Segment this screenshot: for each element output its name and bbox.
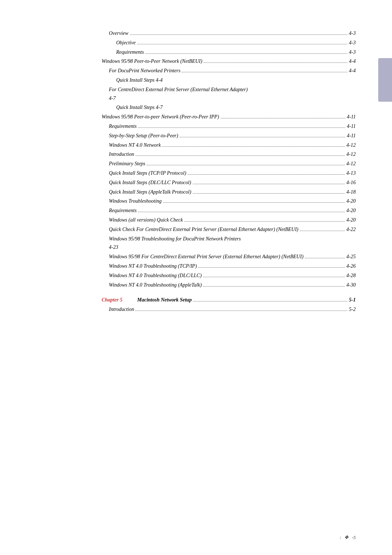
toc-text: Windows NT 4.0 Troubleshooting (TCP/IP)	[109, 262, 197, 271]
toc-entry-overview: Overview 4-3	[109, 29, 356, 38]
toc-page: 4-25	[346, 252, 356, 261]
toc-text: Introduction	[109, 150, 134, 159]
toc-entry-win-centredirect-netbeui: Windows 95/98 For CentreDirect External …	[109, 252, 356, 261]
toc-dots	[135, 311, 347, 311]
toc-entry-step-by-step: Step-by-Step Setup (Peer-to-Peer) 4-11	[109, 131, 356, 140]
toc-entry-preliminary: Preliminary Steps 4-12	[109, 159, 356, 168]
toc-dots	[145, 53, 347, 54]
toc-dots	[203, 277, 345, 277]
toc-page: 4-11	[347, 131, 356, 140]
toc-page: 4-12	[346, 141, 356, 150]
toc-entry-docuprint: For DocuPrint Networked Printers 4-4	[109, 66, 356, 75]
toc-dots	[182, 72, 347, 72]
toc-text: Quick Install Steps 4-4	[116, 77, 163, 83]
toc-entry-dlcllc: Quick Install Steps (DLC/LLC Protocol) 4…	[109, 178, 356, 187]
toc-dots	[300, 231, 345, 231]
toc-text: For CentreDirect External Print Server (…	[109, 87, 248, 92]
toc-dots	[221, 118, 346, 118]
toc-text: Requirements	[109, 122, 136, 131]
toc-entry-objective: Objective 4-3	[116, 39, 356, 47]
toc-page: 4-28	[346, 271, 356, 280]
toc-page: 4-3	[349, 48, 356, 57]
toc-text: Overview	[109, 29, 128, 38]
toc-page: 4-3	[349, 29, 356, 38]
toc-text: Introduction	[109, 305, 134, 314]
footer-diamond-icon: ❖	[344, 534, 349, 540]
toc-text: Preliminary Steps	[109, 159, 145, 168]
toc-text: Windows 95/98 Peer-to-Peer Network (NetB…	[102, 57, 202, 66]
toc-entry-introduction-ch5: Introduction 5-2	[109, 305, 356, 314]
toc-entry-requirements: Requirements 4-3	[116, 48, 356, 57]
toc-text: Windows (all versions) Quick Check	[109, 216, 183, 224]
toc-dots	[137, 44, 348, 44]
toc-text: Quick Install Steps (TCP/IP Protocol)	[109, 169, 186, 178]
page-container: Overview 4-3 Objective 4-3 Requirements …	[0, 0, 392, 555]
toc-text: Requirements	[109, 206, 136, 215]
toc-text: Windows NT 4.0 Troubleshooting (AppleTal…	[109, 281, 202, 289]
toc-page: 4-22	[346, 225, 356, 234]
toc-entry-win-ipp: Windows 95/98 Peer-to-peer Network (Peer…	[102, 113, 356, 121]
footer-colon: :	[340, 535, 341, 540]
toc-text: Windows 95/98 Peer-to-peer Network (Peer…	[102, 113, 219, 121]
toc-dots	[138, 212, 345, 212]
toc-text: Objective	[116, 39, 136, 47]
toc-text: Quick Check For CentreDirect External Pr…	[109, 225, 298, 234]
toc-dots	[130, 35, 348, 35]
toc-dots	[138, 127, 345, 128]
toc-page: 4-16	[346, 178, 356, 187]
toc-dots	[163, 202, 345, 203]
toc-page: 4-20	[346, 216, 356, 224]
toc-text-cont: 4-23	[109, 244, 118, 250]
toc-dots	[193, 193, 345, 194]
toc-text: Windows Troubleshooting	[109, 197, 162, 206]
toc-entry-win-troubleshooting: Windows Troubleshooting 4-20	[109, 197, 356, 206]
toc-entry-requirements-3: Requirements 4-20	[109, 206, 356, 215]
toc-dots	[204, 62, 347, 63]
toc-dots	[198, 267, 345, 268]
toc-page: 5-2	[349, 305, 356, 314]
toc-entry-winnt-network: Windows NT 4.0 Network 4-12	[109, 141, 356, 150]
toc-page: 4-26	[346, 262, 356, 271]
toc-page: 4-12	[346, 150, 356, 159]
toc-entry-win-netbeui: Windows 95/98 Peer-to-Peer Network (NetB…	[102, 57, 356, 66]
toc-entry-quick-check: Windows (all versions) Quick Check 4-20	[109, 216, 356, 224]
toc-page: 4-30	[346, 281, 356, 289]
toc-page: 4-20	[346, 197, 356, 206]
toc-dots	[180, 137, 345, 137]
toc-page: 4-11	[347, 122, 356, 131]
toc-dots	[184, 221, 345, 222]
toc-page: 4-18	[346, 188, 356, 197]
toc-page: 4-13	[346, 169, 356, 178]
toc-entry-appletalk: Quick Install Steps (AppleTalk Protocol)…	[109, 188, 356, 197]
chapter5-label: Chapter 5	[102, 296, 134, 304]
toc-entry-win-troubleshooting-docuprint: Windows 95/98 Troubleshooting for DocuPr…	[109, 235, 356, 252]
toc-dots	[147, 165, 345, 165]
toc-text: Windows NT 4.0 Network	[109, 141, 161, 150]
toc-entry-winnt-dlcllc: Windows NT 4.0 Troubleshooting (DLC/LLC)…	[109, 271, 356, 280]
toc-entry-quick-install-44: Quick Install Steps 4-4	[116, 76, 356, 85]
toc-text: Requirements	[116, 48, 144, 57]
toc-dots	[305, 258, 345, 258]
toc-entry-quick-check-centredirect: Quick Check For CentreDirect External Pr…	[109, 225, 356, 234]
toc-entry-introduction: Introduction 4-12	[109, 150, 356, 159]
toc-page: 4-12	[346, 159, 356, 168]
toc-text: Windows 95/98 For CentreDirect External …	[109, 252, 303, 261]
toc-entry-winnt-tcpip: Windows NT 4.0 Troubleshooting (TCP/IP) …	[109, 262, 356, 271]
toc-text: Quick Install Steps 4-7	[116, 105, 163, 110]
footer-page: -5	[352, 535, 356, 540]
toc-text: Quick Install Steps (DLC/LLC Protocol)	[109, 178, 191, 187]
toc-text: Windows 95/98 Troubleshooting for DocuPr…	[109, 236, 241, 242]
toc-content: Overview 4-3 Objective 4-3 Requirements …	[102, 29, 356, 314]
toc-entry-tcpip: Quick Install Steps (TCP/IP Protocol) 4-…	[109, 169, 356, 178]
toc-dots	[135, 155, 345, 156]
toc-page: 4-4	[349, 66, 356, 75]
toc-dots	[162, 146, 345, 147]
chapter5-section: Chapter 5 Macintosh Network Setup 5-1	[102, 296, 356, 304]
toc-entry-winnt-appletalk: Windows NT 4.0 Troubleshooting (AppleTal…	[109, 281, 356, 289]
toc-page: 4-3	[349, 39, 356, 47]
toc-page: 4-11	[347, 113, 356, 121]
toc-text: Quick Install Steps (AppleTalk Protocol)	[109, 188, 191, 197]
toc-text: Windows NT 4.0 Troubleshooting (DLC/LLC)	[109, 271, 202, 280]
toc-entry-requirements-2: Requirements 4-11	[109, 122, 356, 131]
toc-page: 4-4	[349, 57, 356, 66]
